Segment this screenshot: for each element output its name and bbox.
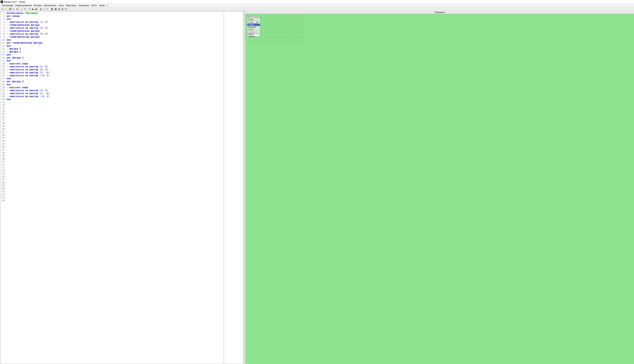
editor-code[interactable]: использовать Чертежникалг клонынач. смес…: [6, 11, 224, 364]
scale-value: 1:1.19: [248, 28, 253, 30]
menu-icon[interactable]: ≡: [248, 16, 249, 18]
grid3-icon[interactable]: ▥: [61, 8, 64, 11]
auto-checkbox[interactable]: [248, 24, 250, 26]
grid-input[interactable]: [248, 21, 256, 24]
menu-робот[interactable]: Робот: [90, 4, 98, 7]
redo-icon[interactable]: ↷: [28, 8, 31, 11]
menu-вставка[interactable]: Вставка: [33, 4, 43, 7]
cut-icon[interactable]: ✂: [12, 8, 15, 11]
editor-status-pane: [224, 11, 244, 364]
app-icon: K: [1, 0, 3, 3]
step-out-icon[interactable]: ⇤: [46, 8, 49, 11]
run-step-icon[interactable]: ▶|: [35, 8, 38, 11]
drawer-title: Чертежник: [245, 11, 634, 14]
new-icon[interactable]: 🗋: [1, 8, 4, 11]
menu-программа[interactable]: Программа: [1, 4, 14, 7]
menu-окна[interactable]: Окна: [58, 4, 65, 7]
menu-редактирование[interactable]: Редактирование: [14, 4, 33, 7]
undo-icon[interactable]: ↶: [24, 8, 27, 11]
grid2-icon[interactable]: ▤: [57, 8, 61, 11]
run-icon[interactable]: ▶: [31, 8, 35, 11]
paste-icon[interactable]: 📋: [20, 8, 23, 11]
auto-label: авто: [250, 24, 254, 26]
menu-инфо[interactable]: Инфо: [98, 4, 106, 7]
editor-gutter: 1 2 3 4 5 6 7 8 9 10 11 12 13 14 15 16 1…: [1, 11, 6, 364]
copy-icon[interactable]: ⧉: [16, 8, 19, 11]
cfg-icon[interactable]: ⚙: [64, 8, 67, 11]
splitter[interactable]: [244, 11, 245, 364]
step-in-icon[interactable]: ⇥: [43, 8, 46, 11]
open-icon[interactable]: 📂: [4, 8, 7, 11]
grid-label: Сетка:: [248, 19, 253, 20]
control-panel: ≡ Сетка: ▲▼ авто Масштаб: 1:1.19 + 1:1: [247, 16, 260, 37]
fit-all-button[interactable]: Весь чертеж: [248, 34, 259, 36]
scale-label: Масштаб:: [248, 26, 256, 28]
menu-чертежник[interactable]: Чертежник: [77, 4, 90, 7]
editor[interactable]: 1 2 3 4 5 6 7 8 9 10 11 12 13 14 15 16 1…: [1, 11, 244, 364]
spinner-icon[interactable]: ▲▼: [256, 21, 258, 23]
menu-практикум[interactable]: Практикум: [65, 4, 77, 7]
menubar: ПрограммаРедактированиеВставкаВыполнение…: [0, 4, 634, 7]
titlebar: K фигуры.kum* - Кумир: [0, 0, 634, 4]
menu-выполнение[interactable]: Выполнение: [43, 4, 58, 7]
window-title: фигуры.kum* - Кумир: [4, 0, 25, 3]
toolbar: 🗋📂💾✂⧉📋↶↷▶▶|■⇥⇤◧▦▤▥⚙: [0, 7, 634, 11]
actors-icon[interactable]: ◧: [51, 8, 54, 11]
canvas[interactable]: ≡ Сетка: ▲▼ авто Масштаб: 1:1.19 + 1:1: [245, 14, 634, 364]
menu-»[interactable]: »: [106, 4, 109, 7]
stop-icon[interactable]: ■: [39, 8, 43, 11]
save-icon[interactable]: 💾: [9, 8, 12, 11]
grid1-icon[interactable]: ▦: [54, 8, 57, 11]
